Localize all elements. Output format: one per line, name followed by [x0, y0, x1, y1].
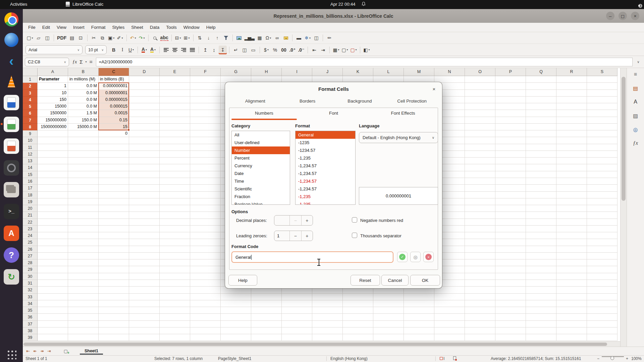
- titlebar[interactable]: Represent_in_millions_billions.xlsx - Li…: [23, 9, 644, 23]
- cell-A12[interactable]: [38, 151, 68, 158]
- font-name-combo[interactable]: Arial ∨: [25, 45, 83, 54]
- styles-icon[interactable]: A: [631, 98, 640, 106]
- cell-S21[interactable]: [587, 212, 618, 219]
- cell-O1[interactable]: [465, 76, 495, 83]
- cell-B24[interactable]: [68, 232, 99, 239]
- cell-C15[interactable]: [99, 171, 129, 178]
- cell-C30[interactable]: [99, 273, 129, 280]
- cell-D9[interactable]: [129, 130, 160, 137]
- format-item-7[interactable]: -1,234.57: [296, 185, 355, 193]
- cell-Q39[interactable]: [526, 334, 556, 341]
- restore-button[interactable]: ◻: [619, 12, 627, 20]
- cell-Q13[interactable]: [526, 158, 556, 164]
- cell-R2[interactable]: [556, 83, 587, 89]
- cell-R13[interactable]: [556, 158, 587, 164]
- category-list[interactable]: AllUser-definedNumberPercentCurrencyDate…: [231, 131, 290, 205]
- insert-columns-button[interactable]: ⊞▾: [183, 34, 191, 42]
- cell-D4[interactable]: [129, 97, 160, 103]
- split-window-button[interactable]: ◫: [312, 34, 320, 42]
- cell-S16[interactable]: [587, 178, 618, 185]
- category-item-user-defined[interactable]: User-defined: [232, 139, 290, 146]
- cell-B10[interactable]: [68, 137, 99, 144]
- cell-P39[interactable]: [495, 334, 526, 341]
- cell-F34[interactable]: [190, 300, 221, 307]
- row-header-31[interactable]: 31: [23, 280, 38, 287]
- format-as-number-button[interactable]: 00: [280, 46, 288, 54]
- cell-D15[interactable]: [129, 171, 160, 178]
- cell-A1[interactable]: Parameter: [38, 76, 68, 83]
- column-header-H[interactable]: H: [251, 68, 282, 76]
- cell-C25[interactable]: [99, 239, 129, 246]
- cell-S35[interactable]: [587, 307, 618, 314]
- cell-S34[interactable]: [587, 300, 618, 307]
- cell-A31[interactable]: [38, 280, 68, 287]
- cell-F31[interactable]: [190, 280, 221, 287]
- row-header-30[interactable]: 30: [23, 273, 38, 280]
- cell-S8[interactable]: [587, 124, 618, 130]
- cell-O2[interactable]: [465, 83, 495, 89]
- cell-E11[interactable]: [160, 144, 190, 151]
- align-left-button[interactable]: [162, 46, 170, 54]
- cell-B28[interactable]: [68, 259, 99, 266]
- cell-R15[interactable]: [556, 171, 587, 178]
- category-item-currency[interactable]: Currency: [232, 162, 290, 170]
- cell-K38[interactable]: [343, 327, 373, 334]
- cell-S26[interactable]: [587, 246, 618, 253]
- cell-F22[interactable]: [190, 219, 221, 226]
- camera-icon[interactable]: [4, 160, 19, 176]
- font-color-button[interactable]: A▾: [140, 46, 148, 54]
- cell-P18[interactable]: [495, 192, 526, 198]
- category-item-fraction[interactable]: Fraction: [232, 193, 290, 200]
- cell-Q12[interactable]: [526, 151, 556, 158]
- cell-E36[interactable]: [160, 314, 190, 320]
- add-decimal-place-button[interactable]: .0⁺: [288, 46, 297, 54]
- cell-H37[interactable]: [251, 321, 282, 327]
- category-item-all[interactable]: All: [232, 131, 290, 139]
- functions-icon[interactable]: ƒx: [631, 139, 640, 147]
- cell-C13[interactable]: [99, 158, 129, 164]
- cell-S5[interactable]: [587, 103, 618, 110]
- format-item-2[interactable]: -1234.57: [296, 146, 355, 154]
- navigator-icon[interactable]: ◎: [631, 125, 640, 134]
- menu-help[interactable]: Help: [203, 23, 219, 31]
- cell-C1[interactable]: in billions (B): [99, 76, 129, 83]
- cell-S39[interactable]: [587, 334, 618, 341]
- leading-zeroes-spinner[interactable]: 1 − +: [274, 231, 313, 241]
- cell-B8[interactable]: 15000.0 M: [68, 124, 99, 130]
- cell-O30[interactable]: [465, 273, 495, 280]
- cell-Q28[interactable]: [526, 259, 556, 266]
- row-header-21[interactable]: 21: [23, 212, 38, 219]
- menu-styles[interactable]: Styles: [109, 23, 128, 31]
- cell-F9[interactable]: [190, 130, 221, 137]
- cell-R38[interactable]: [556, 327, 587, 334]
- format-item-9[interactable]: -1,235: [296, 200, 355, 205]
- cell-S29[interactable]: [587, 266, 618, 273]
- cell-E14[interactable]: [160, 164, 190, 171]
- cell-D32[interactable]: [129, 287, 160, 293]
- cell-S30[interactable]: [587, 273, 618, 280]
- menu-view[interactable]: View: [53, 23, 70, 31]
- paste-button[interactable]: ▣▾: [107, 34, 115, 42]
- cell-B2[interactable]: 0.0 M: [68, 83, 99, 89]
- cell-P6[interactable]: [495, 110, 526, 117]
- cell-E1[interactable]: [160, 76, 190, 83]
- trash-icon[interactable]: ↻: [4, 269, 19, 285]
- horizontal-scrollbar[interactable]: [23, 341, 620, 347]
- cell-D34[interactable]: [129, 300, 160, 307]
- cell-C26[interactable]: [99, 246, 129, 253]
- cell-J39[interactable]: [312, 334, 343, 341]
- cell-P32[interactable]: [495, 287, 526, 293]
- cell-D28[interactable]: [129, 259, 160, 266]
- cell-S37[interactable]: [587, 321, 618, 327]
- cell-D13[interactable]: [129, 158, 160, 164]
- menu-tools[interactable]: Tools: [163, 23, 180, 31]
- category-item-percent[interactable]: Percent: [232, 154, 290, 162]
- cell-O5[interactable]: [465, 103, 495, 110]
- justified-button[interactable]: [188, 46, 196, 54]
- cell-D20[interactable]: [129, 205, 160, 212]
- cell-A27[interactable]: [38, 253, 68, 259]
- cell-M37[interactable]: [404, 321, 434, 327]
- cell-I34[interactable]: [282, 300, 312, 307]
- cell-B16[interactable]: [68, 178, 99, 185]
- clone-formatting-button[interactable]: ✐▾: [116, 34, 124, 42]
